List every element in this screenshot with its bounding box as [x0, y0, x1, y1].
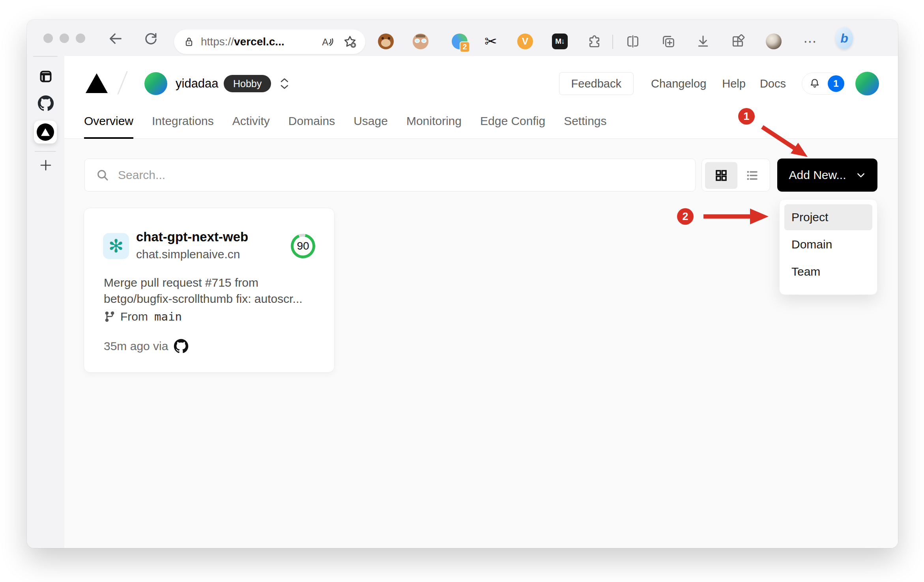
url-host: vercel.c... [234, 35, 284, 48]
team-avatar [144, 72, 167, 95]
vercel-tab-active[interactable] [34, 121, 57, 144]
header-actions: Feedback Changelog Help Docs 1 [559, 56, 879, 111]
extension-translate-icon[interactable]: 2 [451, 33, 468, 50]
annotation-step-2: 2 [677, 208, 694, 225]
browser-profile-avatar[interactable] [765, 33, 782, 50]
git-branch-icon [104, 311, 116, 323]
notifications-button[interactable]: 1 [802, 73, 843, 95]
commit-line-2: betgo/bugfix-scrollthumb fix: autoscr... [104, 291, 319, 307]
changelog-link[interactable]: Changelog [651, 77, 706, 90]
bing-chat-icon[interactable]: b [836, 30, 853, 47]
team-switcher-icon[interactable] [277, 73, 292, 94]
extension-markdown-download-icon[interactable]: M↓ [551, 33, 569, 50]
extension-monkey-icon[interactable] [377, 33, 395, 50]
view-toggle [701, 159, 770, 192]
grid-view-button[interactable] [705, 162, 737, 189]
score-ring: 90 [291, 234, 315, 258]
vercel-favicon [37, 123, 54, 141]
extension-v-icon[interactable]: V [516, 33, 534, 50]
page-content: yidadaa Hobby Feedback Changelog Help Do… [64, 56, 898, 548]
annotation-step-1: 1 [738, 108, 755, 125]
score-value: 90 [294, 237, 312, 256]
project-search[interactable] [84, 159, 696, 192]
github-tab-icon[interactable] [37, 95, 54, 112]
url-text: https://vercel.c... [201, 35, 284, 48]
branch-row: From main [104, 310, 182, 323]
user-avatar[interactable] [855, 72, 879, 95]
add-new-label: Add New... [789, 168, 846, 182]
branch-name: main [154, 310, 182, 323]
workspaces-icon[interactable] [729, 33, 746, 50]
browser-toolbar: https://vercel.c... A 2 ✂ V [27, 20, 898, 56]
extension-avatar-glasses-icon[interactable] [412, 33, 429, 50]
svg-text:A: A [322, 37, 329, 47]
screenshot-stage: https://vercel.c... A 2 ✂ V [0, 0, 924, 582]
favorites-add-icon[interactable] [342, 34, 357, 49]
lock-icon [183, 36, 195, 47]
window-minimize-button[interactable] [60, 34, 69, 43]
dropdown-item-domain[interactable]: Domain [784, 231, 872, 257]
list-view-icon [745, 168, 759, 183]
browser-window: https://vercel.c... A 2 ✂ V [27, 20, 898, 548]
sidebar-toggle-icon[interactable] [37, 68, 54, 85]
read-aloud-icon[interactable]: A [320, 35, 334, 48]
add-new-dropdown: Project Domain Team [779, 199, 877, 295]
project-card[interactable]: ✻ chat-gpt-next-web chat.simplenaive.cn … [84, 208, 335, 373]
plan-badge: Hobby [224, 75, 271, 92]
project-name[interactable]: chat-gpt-next-web [136, 229, 248, 244]
collections-icon[interactable] [660, 33, 677, 50]
deployed-ago-text: 35m ago via [104, 340, 168, 353]
project-domain[interactable]: chat.simplenaive.cn [136, 248, 240, 261]
vercel-logo[interactable] [86, 73, 108, 93]
help-link[interactable]: Help [722, 77, 746, 90]
tab-integrations[interactable]: Integrations [152, 111, 214, 139]
dropdown-item-project[interactable]: Project [784, 204, 872, 230]
search-icon [96, 168, 109, 182]
toolbar-divider [612, 35, 613, 49]
extension-badge: 2 [460, 41, 470, 52]
feedback-button[interactable]: Feedback [559, 72, 634, 95]
github-source-icon [174, 339, 189, 354]
bell-icon [808, 77, 821, 90]
deployment-meta-row: 35m ago via [104, 339, 189, 354]
browser-vertical-tab-strip [27, 56, 64, 548]
commit-message: Merge pull request #715 from betgo/bugfi… [104, 274, 319, 307]
dashboard-tabs: Overview Integrations Activity Domains U… [84, 111, 607, 139]
tab-activity[interactable]: Activity [232, 111, 270, 139]
chevron-down-icon [856, 170, 866, 180]
branch-prefix: From [120, 310, 148, 323]
tab-domains[interactable]: Domains [288, 111, 335, 139]
tab-usage[interactable]: Usage [354, 111, 388, 139]
tab-settings[interactable]: Settings [564, 111, 606, 139]
window-zoom-button[interactable] [76, 34, 85, 43]
back-icon[interactable] [107, 30, 124, 47]
project-icon-tile: ✻ [103, 233, 129, 259]
downloads-icon[interactable] [694, 33, 712, 50]
search-input[interactable] [118, 168, 591, 182]
sidebar-divider [33, 56, 58, 57]
tab-overview[interactable]: Overview [84, 111, 133, 139]
address-bar[interactable]: https://vercel.c... A [174, 30, 365, 54]
docs-link[interactable]: Docs [760, 77, 786, 90]
split-screen-icon[interactable] [624, 33, 642, 50]
extension-scissors-icon[interactable]: ✂ [482, 33, 499, 50]
tab-monitoring[interactable]: Monitoring [406, 111, 462, 139]
breadcrumb-slash [117, 71, 128, 95]
add-new-button[interactable]: Add New... [777, 159, 877, 192]
url-scheme: https:// [201, 35, 234, 48]
commit-line-1: Merge pull request #715 from [104, 274, 319, 291]
grid-view-icon [714, 168, 728, 183]
more-menu-icon[interactable]: ⋯ [802, 33, 819, 50]
refresh-icon[interactable] [142, 30, 159, 47]
openai-logo-icon: ✻ [108, 237, 124, 255]
tab-edge-config[interactable]: Edge Config [480, 111, 545, 139]
window-close-button[interactable] [43, 34, 53, 43]
team-name: yidadaa [176, 76, 219, 91]
notification-count-badge: 1 [828, 75, 844, 92]
sidebar-divider [35, 151, 56, 152]
dropdown-item-team[interactable]: Team [784, 259, 872, 285]
vercel-header: yidadaa Hobby Feedback Changelog Help Do… [64, 56, 898, 139]
list-view-button[interactable] [737, 162, 767, 189]
extensions-puzzle-icon[interactable] [586, 33, 603, 50]
new-tab-plus-icon[interactable] [37, 157, 54, 174]
